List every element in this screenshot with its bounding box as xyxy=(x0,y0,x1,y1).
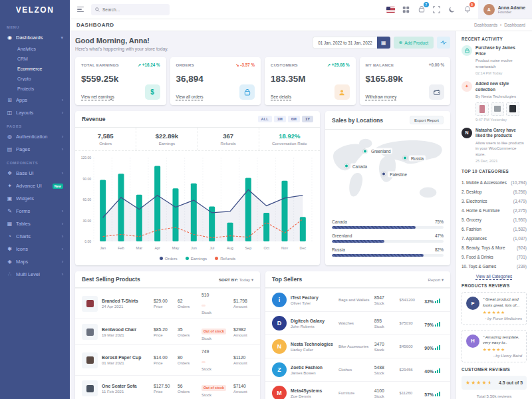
sidebar-item[interactable]: ◔ Charts › xyxy=(0,230,70,243)
view-all-orders-link[interactable]: View all orders xyxy=(176,94,203,99)
sidebar-item[interactable]: ▤ Pages › xyxy=(0,143,70,156)
apps-grid-icon[interactable] xyxy=(402,5,411,14)
report-dropdown[interactable]: Report ▾ xyxy=(428,277,444,282)
cart-icon[interactable]: 7 xyxy=(417,5,426,14)
user-role: Founder xyxy=(498,10,525,14)
date-range-picker[interactable]: 01 Jan, 2022 to 31 Jan, 2022 ▦ xyxy=(313,37,390,49)
sidebar-item[interactable]: Ecommerce xyxy=(0,64,70,74)
product-row[interactable]: One Seater Sofa 11 Feb 2021 $127.50 Pric… xyxy=(75,375,260,399)
category-row[interactable]: 8. Beauty, Toys & More (924) xyxy=(462,243,527,252)
category-row[interactable]: 2. Desktop (6,256) xyxy=(462,187,527,196)
sidebar-item-label: Tables xyxy=(16,221,59,227)
category-row[interactable]: 5. Grocery (1,950) xyxy=(462,215,527,224)
seller-row[interactable]: i iTest Factory Oliver Tyler Bags and Wa… xyxy=(265,288,450,311)
sidebar-item[interactable]: ◫ Layouts › xyxy=(0,106,70,119)
right-panel: RECENT ACTIVITY Purchase by James Price … xyxy=(456,31,532,399)
category-row[interactable]: 6. Fashion (1,582) xyxy=(462,224,527,233)
view-all-categories-link[interactable]: View all Categories xyxy=(462,274,527,279)
chevron-icon: › xyxy=(62,147,63,152)
sort-by-dropdown[interactable]: SORT BY: Today ▾ xyxy=(219,277,253,282)
sidebar-item[interactable]: ✦ Advance UI New xyxy=(0,180,70,192)
seller-row[interactable]: M Meta4Systems Zoe Dennis Furniture 4100… xyxy=(265,381,450,399)
sidebar-item[interactable]: Crypto xyxy=(0,74,70,84)
date-range-value[interactable]: 01 Jan, 2022 to 31 Jan, 2022 xyxy=(313,37,377,49)
revenue-filter-button[interactable]: 1Y xyxy=(302,116,313,122)
activity-pulse-button[interactable] xyxy=(437,37,450,49)
calendar-icon[interactable]: ▦ xyxy=(377,37,390,49)
sidebar-item[interactable]: CRM xyxy=(0,54,70,64)
seller-row[interactable]: N Nesta Technologies Harley Fuller Bike … xyxy=(265,334,450,358)
language-flag-icon[interactable] xyxy=(386,5,396,14)
notifications-bell-icon[interactable]: 5 xyxy=(463,5,472,14)
category-row[interactable]: 7. Appliances (1,037) xyxy=(462,233,527,243)
category-row[interactable]: 4. Home & Furniture (2,275) xyxy=(462,205,527,215)
sidebar-item-label: Projects xyxy=(17,86,63,91)
product-row[interactable]: Branded T-Shirts 24 Apr 2021 $29.00 Pric… xyxy=(75,288,260,319)
sidebar-pages-list: ◍ Authentication › ▤ Pages › xyxy=(0,130,70,156)
fullscreen-icon[interactable] xyxy=(432,5,442,14)
star-rating: ★★★★★ xyxy=(483,347,522,352)
sidebar-item-icon: ◉ xyxy=(7,35,13,41)
activity-item[interactable]: N Natasha Carey have liked the products … xyxy=(462,128,527,163)
sidebar-item[interactable]: ✎ Forms › xyxy=(0,205,70,217)
search-input[interactable] xyxy=(102,7,162,12)
review-card[interactable]: F " Great product and looks great, lots … xyxy=(462,292,527,325)
activity-item[interactable]: Purchase by James Price Product noise ev… xyxy=(462,45,527,75)
sidebar-item[interactable]: ◈ Maps › xyxy=(0,255,70,268)
clothing-thumb[interactable] xyxy=(475,102,489,116)
revenue-filter-button[interactable]: ALL xyxy=(258,116,272,122)
hamburger-menu-icon[interactable] xyxy=(75,5,86,15)
product-row[interactable]: Bentwood Chair 19 Mar 2021 $85.20 Price … xyxy=(75,319,260,344)
svg-text:0.00: 0.00 xyxy=(84,239,91,243)
sidebar-item[interactable]: ⊞ Apps › xyxy=(0,94,70,106)
camera-thumb[interactable] xyxy=(491,102,504,116)
svg-text:Jan: Jan xyxy=(100,246,106,250)
sidebar-item[interactable]: Projects xyxy=(0,84,70,94)
sidebar-item-icon: ◍ xyxy=(7,134,13,140)
svg-text:Sep: Sep xyxy=(245,246,251,250)
withdraw-money-link[interactable]: Withdraw money xyxy=(366,94,397,99)
seller-row[interactable]: D Digitech Galaxy John Roberts Watches 8… xyxy=(265,311,450,334)
map-marker[interactable]: Greenland xyxy=(363,148,392,154)
category-row[interactable]: 1. Mobile & Accessories (10,294) xyxy=(462,178,527,187)
sidebar-item[interactable]: ∴ Multi Level › xyxy=(0,268,70,281)
map-marker[interactable]: Russia xyxy=(403,155,426,161)
best-selling-rows: Branded T-Shirts 24 Apr 2021 $29.00 Pric… xyxy=(75,288,260,399)
stat-value: $165.89k xyxy=(366,74,445,84)
customer-rating-box: ★★★★★ 4.5 out of 5 xyxy=(462,376,527,390)
seller-row[interactable]: Z Zoetic Fashion James Bowen Clothes 548… xyxy=(265,358,450,381)
svg-text:90.00: 90.00 xyxy=(82,177,91,181)
brand-logo[interactable]: VELZON xyxy=(0,0,70,20)
revenue-filter-button[interactable]: 6M xyxy=(288,116,300,122)
sidebar-item[interactable]: ✱ Icons › xyxy=(0,243,70,255)
sidebar-menu-list: ◉ Dashboards ▾ Analytics CRM Ecomme xyxy=(0,31,70,119)
sidebar-item[interactable]: Analytics xyxy=(0,44,70,54)
sidebar-item[interactable]: ▦ Tables › xyxy=(0,217,70,230)
plus-icon: ⊕ xyxy=(399,40,402,45)
view-net-earnings-link[interactable]: View net earnings xyxy=(81,94,114,99)
review-card[interactable]: H " Amazing template, very easy to.. ★★★… xyxy=(462,330,527,362)
revenue-filter-button[interactable]: 1M xyxy=(274,116,286,122)
activity-item[interactable]: ✦ Added new style collection By Nesta Te… xyxy=(462,81,527,122)
add-product-button[interactable]: ⊕ Add Product xyxy=(394,37,434,49)
sidebar-item[interactable]: ▣ Widgets xyxy=(0,192,70,205)
export-report-button[interactable]: Export Report xyxy=(410,116,444,124)
sidebar-item[interactable]: ◍ Authentication › xyxy=(0,130,70,143)
category-row[interactable]: 3. Electronics (3,479) xyxy=(462,196,527,205)
chevron-icon: › xyxy=(62,259,63,264)
sidebar-item[interactable]: ❖ Base UI › xyxy=(0,167,70,180)
breadcrumb-parent[interactable]: Dashboards xyxy=(474,23,497,27)
sidebar-item[interactable]: ◉ Dashboards ▾ xyxy=(0,31,70,44)
user-menu[interactable]: A Anna Adame Founder xyxy=(478,0,532,19)
map-marker[interactable]: Canada xyxy=(344,163,369,169)
dark-mode-moon-icon[interactable] xyxy=(448,5,457,14)
out-of-stock-badge xyxy=(201,361,205,363)
out-of-stock-badge xyxy=(201,305,205,307)
category-row[interactable]: 10. Toys & Games (239) xyxy=(462,261,527,271)
bag-thumb[interactable] xyxy=(506,102,519,116)
map-marker[interactable]: Palestine xyxy=(382,171,409,177)
see-details-link[interactable]: See details xyxy=(271,94,291,99)
product-row[interactable]: Borosil Paper Cup 01 Mar 2021 $14.00 Pri… xyxy=(75,344,260,375)
category-row[interactable]: 9. Food & Drinks (701) xyxy=(462,252,527,261)
map-marker-dot xyxy=(382,172,386,176)
